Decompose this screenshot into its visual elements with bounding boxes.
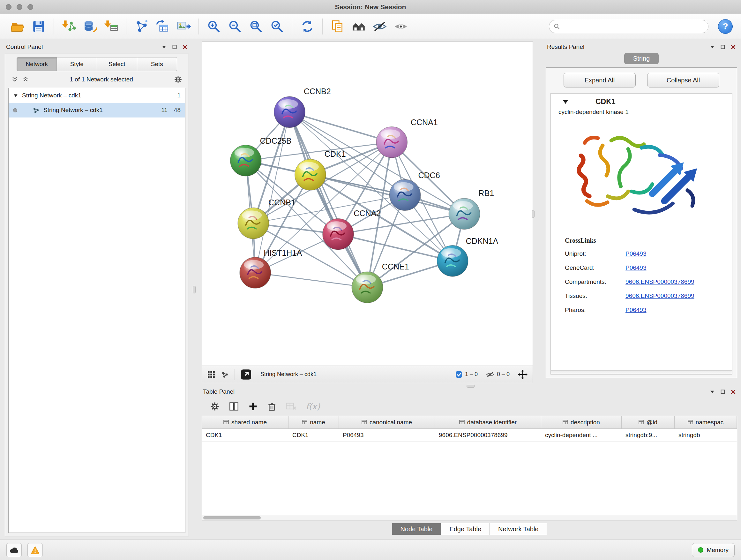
window-title: Session: New Session — [0, 3, 741, 11]
crosslink-value-link[interactable]: P06493 — [625, 250, 647, 257]
tab-sets[interactable]: Sets — [137, 57, 178, 71]
splitter-handle[interactable] — [532, 210, 535, 218]
column-header[interactable]: namespac — [675, 416, 737, 428]
import-network-file-button[interactable] — [60, 17, 78, 36]
column-header[interactable]: database identifier — [435, 416, 541, 428]
panel-close-icon[interactable] — [731, 389, 736, 395]
network-edge[interactable] — [338, 234, 453, 261]
cloud-status-button[interactable] — [6, 543, 22, 557]
tab-string[interactable]: String — [624, 53, 659, 64]
results-scrollbar[interactable] — [551, 370, 732, 374]
zoom-selected-button[interactable] — [268, 17, 286, 36]
panel-collapse-icon[interactable] — [161, 44, 167, 50]
first-neighbors-button[interactable] — [349, 17, 368, 36]
network-edge[interactable] — [289, 112, 392, 142]
network-share-icon[interactable] — [221, 371, 229, 378]
new-table-button[interactable] — [153, 17, 172, 36]
table-settings-gear-icon[interactable] — [210, 401, 219, 411]
warnings-button[interactable] — [27, 543, 43, 557]
show-all-button[interactable] — [392, 17, 410, 36]
open-in-new-icon[interactable] — [241, 369, 252, 380]
network-edge[interactable] — [255, 273, 367, 287]
network-node-ccna2[interactable] — [323, 219, 354, 249]
export-image-button[interactable] — [174, 17, 193, 36]
splitter-handle[interactable] — [467, 385, 475, 388]
network-canvas[interactable]: CCNB2CCNA1CDC25BCDK1CDC6RB1CCNB1CCNA2CDK… — [202, 42, 533, 366]
hide-selected-button[interactable] — [370, 17, 389, 36]
panel-float-icon[interactable] — [172, 44, 177, 50]
tab-network-table[interactable]: Network Table — [490, 523, 547, 535]
network-node-rb1[interactable] — [449, 198, 480, 229]
network-node-hist1h1a[interactable] — [240, 257, 271, 288]
import-network-database-button[interactable] — [81, 17, 99, 36]
maximize-window-button[interactable] — [27, 4, 33, 10]
add-column-plus-icon[interactable] — [248, 401, 258, 411]
section-collapse-icon[interactable] — [562, 99, 569, 105]
network-collection-row[interactable]: String Network – cdk1 1 — [9, 88, 185, 103]
panel-collapse-icon[interactable] — [710, 389, 715, 395]
network-node-ccnb2[interactable] — [274, 97, 305, 127]
network-node-cdkn1a[interactable] — [437, 246, 468, 276]
selected-checkbox-icon[interactable] — [455, 371, 462, 378]
birds-eye-grid-icon[interactable] — [207, 370, 215, 379]
table-horizontal-scrollbar[interactable] — [202, 515, 737, 520]
new-network-button[interactable] — [132, 17, 151, 36]
zoom-in-button[interactable] — [205, 17, 223, 36]
minimize-window-button[interactable] — [17, 4, 22, 10]
panel-float-icon[interactable] — [720, 44, 725, 50]
tab-node-table[interactable]: Node Table — [392, 523, 441, 535]
table-toolbar: f(x) — [202, 397, 737, 416]
collapse-all-icon[interactable] — [11, 76, 18, 83]
tab-select[interactable]: Select — [97, 57, 137, 71]
network-node-cdc6[interactable] — [389, 179, 420, 210]
close-window-button[interactable] — [6, 4, 11, 10]
column-header[interactable]: canonical name — [339, 416, 435, 428]
expand-all-button[interactable]: Expand All — [563, 73, 636, 87]
search-input[interactable] — [562, 23, 704, 30]
panel-close-icon[interactable] — [731, 44, 736, 50]
move-crosshair-icon[interactable] — [518, 370, 528, 379]
crosslink-value-link[interactable]: P06493 — [625, 307, 647, 314]
tab-network[interactable]: Network — [17, 57, 57, 71]
expand-all-icon[interactable] — [22, 76, 29, 83]
network-node-ccne1[interactable] — [352, 272, 383, 303]
splitter-handle[interactable] — [193, 286, 196, 294]
delete-trash-icon[interactable] — [267, 402, 276, 411]
panel-collapse-icon[interactable] — [710, 44, 715, 50]
network-node-ccnb1[interactable] — [238, 208, 269, 239]
network-edge[interactable] — [289, 112, 367, 287]
crosslink-value-link[interactable]: 9606.ENSP00000378699 — [625, 278, 694, 286]
apply-layout-button[interactable] — [298, 17, 317, 36]
network-row-selected[interactable]: String Network – cdk1 11 48 — [9, 103, 185, 118]
crosslink-value-link[interactable]: P06493 — [625, 264, 647, 271]
network-node-ccna1[interactable] — [376, 127, 407, 158]
network-edge[interactable] — [310, 175, 464, 214]
tree-expand-icon[interactable] — [13, 93, 18, 98]
hidden-eye-slash-icon[interactable] — [486, 370, 494, 379]
show-columns-icon[interactable] — [229, 401, 239, 411]
help-button[interactable]: ? — [718, 19, 733, 34]
column-header[interactable]: description — [541, 416, 622, 428]
tab-style[interactable]: Style — [57, 57, 97, 71]
zoom-fit-button[interactable] — [247, 17, 265, 36]
crosslink-value-link[interactable]: 9606.ENSP00000378699 — [625, 293, 694, 300]
memory-button[interactable]: Memory — [692, 543, 735, 557]
open-session-button[interactable] — [8, 17, 27, 36]
panel-float-icon[interactable] — [720, 389, 725, 394]
column-header[interactable]: name — [288, 416, 339, 428]
import-table-button[interactable] — [102, 17, 120, 36]
import-table-icon — [104, 19, 118, 34]
column-header[interactable]: @id — [622, 416, 675, 428]
table-row[interactable]: CDK1CDK1P064939606.ENSP00000378699cyclin… — [202, 429, 737, 442]
gear-icon[interactable] — [174, 75, 182, 84]
network-node-cdc25b[interactable] — [230, 145, 261, 176]
tab-edge-table[interactable]: Edge Table — [441, 523, 490, 535]
column-header[interactable]: shared name — [202, 416, 288, 428]
network-node-cdk1[interactable] — [295, 159, 326, 190]
collapse-all-button[interactable]: Collapse All — [647, 73, 719, 87]
panel-close-icon[interactable] — [182, 44, 188, 50]
scrollbar-thumb[interactable] — [203, 516, 261, 519]
copy-button[interactable] — [328, 17, 347, 36]
zoom-out-button[interactable] — [226, 17, 244, 36]
save-session-button[interactable] — [29, 17, 48, 36]
